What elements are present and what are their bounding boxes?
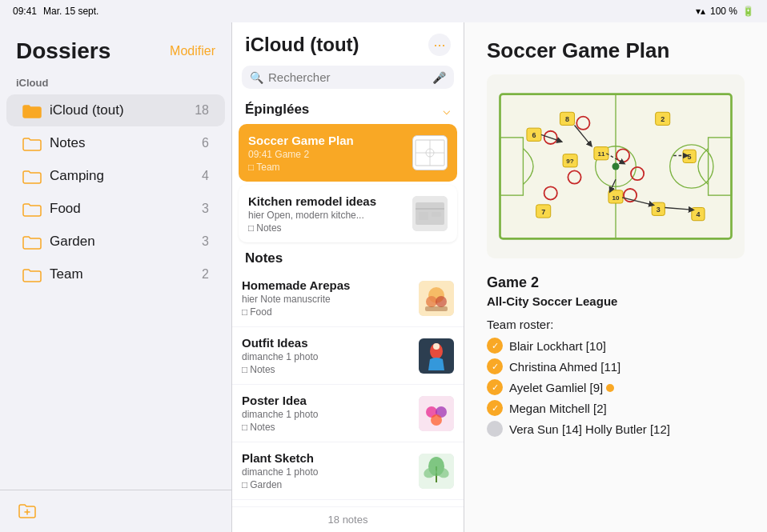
roster-item: ✓ Blair Lockhart [10] <box>487 338 745 354</box>
check-icon: ✓ <box>487 358 503 374</box>
player-name: Megan Mitchell [2] <box>509 402 607 415</box>
player-name: Blair Lockhart [10] <box>509 339 606 353</box>
svg-text:8: 8 <box>565 115 569 123</box>
svg-point-13 <box>436 296 447 307</box>
battery-label: 100 % <box>710 6 737 17</box>
note-content-arepas: Homemade Arepas hier Note manuscrite □ F… <box>242 278 412 318</box>
note-meta: 09:41 Game 2 <box>248 149 406 160</box>
player-name: Christina Ahmed [11] <box>509 360 620 374</box>
note-arepas[interactable]: Homemade Arepas hier Note manuscrite □ F… <box>232 270 464 327</box>
note-content-plant: Plant Sketch dimanche 1 photo □ Garden <box>242 450 412 491</box>
notes-panel-header: iCloud (tout) ··· <box>232 22 464 62</box>
folder-item-food[interactable]: Food 3 <box>6 193 225 225</box>
chevron-down-icon[interactable]: ⌵ <box>443 102 451 118</box>
note-plant[interactable]: Plant Sketch dimanche 1 photo □ Garden <box>232 442 464 500</box>
roster-item: ✓ Megan Mitchell [2] <box>487 400 745 416</box>
note-title-outfit: Outfit Ideas <box>242 336 412 350</box>
status-bar: 09:41 Mar. 15 sept. ▾▴ 100 % 🔋 <box>0 0 767 22</box>
note-content-outfit: Outfit Ideas dimanche 1 photo □ Notes <box>242 335 412 376</box>
note-folder-kitchen: □ Notes <box>248 222 406 234</box>
check-icon: ✓ <box>487 379 503 395</box>
check-icon: ✓ <box>487 400 503 416</box>
svg-rect-14 <box>425 306 448 311</box>
notes-section-title: Notes <box>245 250 283 266</box>
note-thumbnail-poster <box>419 396 454 431</box>
svg-point-66 <box>612 162 619 170</box>
detail-league: All-City Soccer League <box>487 294 745 308</box>
roster-item: Vera Sun [14] Holly Butler [12] <box>487 421 745 437</box>
mic-icon[interactable]: 🎤 <box>432 71 446 84</box>
roster-label: Team roster: <box>487 318 745 331</box>
notes-panel-title: iCloud (tout) <box>245 34 359 56</box>
folder-icon <box>22 168 42 184</box>
yellow-dot <box>606 384 614 392</box>
soccer-field-drawing: 6 8 2 9? 11 5 10 3 4 7 <box>487 74 745 258</box>
folder-list: iCloud (tout) 18 Notes 6 Camping 4 <box>0 94 231 291</box>
folder-item-notes[interactable]: Notes 6 <box>6 127 225 159</box>
icloud-section-label: iCloud <box>0 74 231 94</box>
more-button[interactable]: ··· <box>428 34 451 56</box>
note-birthday[interactable]: Jamil's birthday dimanche <box>232 500 464 506</box>
folder-icon: □ <box>248 222 254 234</box>
search-input[interactable] <box>268 70 428 84</box>
folders-panel: Dossiers Modifier iCloud iCloud (tout) 1… <box>0 22 232 532</box>
check-icon <box>487 421 503 437</box>
folder-count: 3 <box>202 202 209 216</box>
modifier-button[interactable]: Modifier <box>170 44 215 58</box>
note-folder-arepas: □ Food <box>242 306 412 318</box>
svg-text:11: 11 <box>597 150 605 158</box>
notes-footer: 18 notes <box>232 506 464 532</box>
folders-title: Dossiers <box>16 38 110 64</box>
battery-icon: 🔋 <box>742 6 754 17</box>
svg-text:2: 2 <box>661 115 665 123</box>
svg-point-21 <box>431 414 442 426</box>
note-thumbnail-plant <box>419 454 454 489</box>
folder-icon: □ <box>242 422 247 433</box>
note-content: Soccer Game Plan 09:41 Game 2 □ Team <box>248 132 406 174</box>
folder-item-camping[interactable]: Camping 4 <box>6 160 225 192</box>
folder-name: Notes <box>50 135 202 151</box>
folder-icon <box>22 201 42 217</box>
roster-list: ✓ Blair Lockhart [10] ✓ Christina Ahmed … <box>487 338 745 437</box>
folder-icon: □ <box>242 479 247 490</box>
note-content-poster: Poster Idea dimanche 1 photo □ Notes <box>242 393 412 434</box>
note-poster[interactable]: Poster Idea dimanche 1 photo □ Notes <box>232 385 464 442</box>
folder-name: Team <box>50 266 202 282</box>
pinned-note-kitchen[interactable]: Kitchen remodel ideas hier Open, modern … <box>239 185 457 242</box>
folders-bottom <box>0 490 231 532</box>
notes-section-header: Notes <box>232 244 464 270</box>
svg-point-17 <box>433 343 440 350</box>
detail-title: Soccer Game Plan <box>487 38 745 63</box>
notes-list: Épinglées ⌵ Soccer Game Plan 09:41 Game … <box>232 95 464 506</box>
new-folder-button[interactable] <box>16 500 38 522</box>
folder-item-team[interactable]: Team 2 <box>6 258 225 290</box>
note-folder-poster: □ Notes <box>242 422 412 433</box>
note-title-poster: Poster Idea <box>242 394 412 407</box>
note-title: Soccer Game Plan <box>248 134 406 147</box>
pinned-note-soccer[interactable]: Soccer Game Plan 09:41 Game 2 □ Team <box>239 124 457 182</box>
note-detail-panel: Soccer Game Plan <box>464 22 767 532</box>
note-thumbnail-soccer <box>412 135 448 170</box>
folders-header: Dossiers Modifier <box>0 32 231 74</box>
note-title-plant: Plant Sketch <box>242 451 412 465</box>
folder-item-garden[interactable]: Garden 3 <box>6 226 225 258</box>
folder-count: 3 <box>202 234 209 249</box>
time: 09:41 <box>13 6 37 17</box>
note-meta-arepas: hier Note manuscrite <box>242 294 412 305</box>
notes-count: 18 notes <box>328 514 368 526</box>
svg-text:10: 10 <box>612 194 620 202</box>
folder-icon: □ <box>242 306 247 318</box>
folder-item-icloud-(tout)[interactable]: iCloud (tout) 18 <box>6 94 225 126</box>
app-container: Dossiers Modifier iCloud iCloud (tout) 1… <box>0 22 767 532</box>
note-folder-outfit: □ Notes <box>242 364 412 375</box>
folder-name: Camping <box>50 168 202 184</box>
svg-text:3: 3 <box>657 206 661 214</box>
note-meta-outfit: dimanche 1 photo <box>242 351 412 362</box>
note-outfit[interactable]: Outfit Ideas dimanche 1 photo □ Notes <box>232 327 464 385</box>
svg-rect-8 <box>419 212 428 220</box>
folder-count: 18 <box>195 103 209 118</box>
note-folder: □ Team <box>248 162 406 173</box>
search-icon: 🔍 <box>250 71 263 84</box>
note-meta-plant: dimanche 1 photo <box>242 466 412 478</box>
folder-icon <box>22 135 42 151</box>
